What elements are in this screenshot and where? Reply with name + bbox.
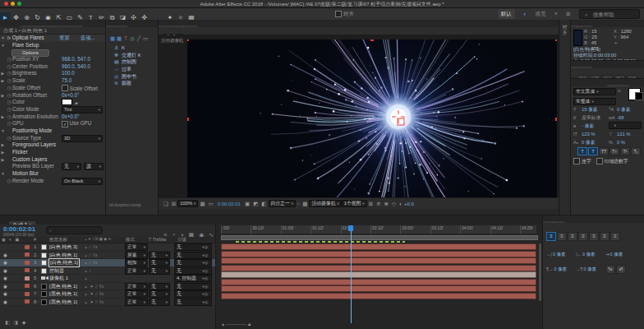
last-frame-button[interactable]: ▶|	[627, 75, 637, 78]
snap-checkbox[interactable]	[335, 11, 342, 17]
layer-duration-bar[interactable]	[221, 279, 536, 285]
layer-duration-bar[interactable]	[221, 243, 536, 250]
property-checkbox[interactable]: Scale Offset	[62, 85, 98, 92]
resolution-select[interactable]: 四分之一▾	[269, 200, 296, 207]
property-dropdown[interactable]: 3D▾	[62, 135, 103, 142]
line-icon[interactable]: ╱	[136, 35, 142, 42]
trkmat-dropdown[interactable]: 无▾	[149, 252, 170, 259]
previous-frame-button[interactable]: ◀|	[590, 75, 600, 78]
layer-duration-bar[interactable]	[221, 293, 536, 299]
fast-preview-icon[interactable]: ≋	[376, 198, 380, 209]
visibility-toggle[interactable]: ◉	[2, 267, 9, 275]
twirl-icon[interactable]: ▼	[0, 42, 6, 49]
time-ruler[interactable]: :00f00:12f01:00f01:12f02:00f02:12f03:00f…	[221, 225, 536, 234]
layer-name[interactable]: 摄像机 1	[49, 275, 68, 282]
effect-property-row[interactable]: ▶◷Rotation Offset0x+0.0°	[0, 92, 105, 100]
ltr-direction-button[interactable]: ¶a	[605, 265, 615, 274]
indent-field[interactable]: →¶0 像素	[576, 266, 604, 272]
twirl-icon[interactable]: ▶	[0, 77, 6, 85]
style-toggle-4[interactable]: T¹	[620, 147, 630, 155]
layer-name[interactable]: [白色 纯色 1]	[49, 252, 77, 259]
layer-switches[interactable]: ◒ ✦ ∕ fx	[85, 283, 104, 290]
timeline-button-icon[interactable]: ≣	[384, 198, 388, 209]
label-color-chip[interactable]	[25, 292, 30, 296]
layer-duration-bar[interactable]	[221, 251, 536, 257]
stopwatch-icon[interactable]: ◷	[6, 120, 12, 127]
visibility-toggle[interactable]: ◉	[2, 283, 9, 290]
next-frame-button[interactable]: |▶	[614, 75, 625, 78]
justify-last-left-button[interactable]: ≡	[578, 232, 588, 241]
workspace-overflow-button[interactable]: »	[554, 9, 558, 19]
character-checkbox[interactable]: 连字	[573, 159, 591, 164]
justify-last-center-button[interactable]: ≡	[589, 232, 599, 241]
stopwatch-icon[interactable]: ◷	[6, 85, 12, 92]
layer-switches[interactable]: ◒ ✦ ∕ fx	[85, 299, 104, 306]
blend-mode-dropdown[interactable]: 屏幕▾	[125, 252, 148, 259]
effect-property-row[interactable]: ◷GPU✓ Use GPU	[0, 120, 105, 127]
effect-property-row[interactable]: ◷Color▰	[0, 99, 105, 106]
indent-field[interactable]: →|0 像素	[546, 252, 574, 257]
label-color-chip[interactable]	[25, 284, 30, 288]
stopwatch-icon[interactable]: ◷	[6, 63, 12, 71]
style-toggle-3[interactable]: Tᴛ	[610, 147, 619, 155]
panel-menu-icon[interactable]: ≡	[29, 223, 32, 225]
stopwatch-icon[interactable]: ◷	[6, 106, 12, 114]
label-color-chip[interactable]	[25, 276, 30, 280]
layer-name[interactable]: [白色 纯色 1]	[49, 259, 79, 266]
property-dropdown[interactable]: 无▾	[62, 163, 81, 170]
proportional-spacing-value[interactable]: 0 %	[617, 140, 625, 145]
reset-link[interactable]: 重置	[59, 35, 70, 42]
panel-close-icon[interactable]: ×	[2, 223, 6, 225]
style-toggle-5[interactable]: T₁	[631, 147, 641, 155]
style-toggle-1[interactable]: T	[588, 147, 598, 155]
indent-field[interactable]: ⇥0 像素	[605, 252, 633, 257]
eyedropper-icon[interactable]: ✎	[618, 86, 626, 97]
align-left-button[interactable]: ≡	[546, 232, 556, 241]
visibility-toggle[interactable]: ◉	[2, 252, 9, 259]
twirl-icon[interactable]: ▶	[0, 92, 6, 100]
playhead-handle[interactable]	[348, 225, 353, 231]
layer-row[interactable]: ◉ 3 [白色 纯色 1] ◒ ∕ fx 相加▾ 无▾ ◎无▾	[0, 259, 215, 267]
layer-row[interactable]: ◉ 4 控制器 ◒ ∕ 正常▾ 无▾ ◎无▾	[0, 267, 215, 276]
effect-property-row[interactable]: ▼Motion Blur	[0, 170, 105, 178]
tab-info[interactable]: 信息 ≡	[571, 25, 592, 27]
blend-mode-dropdown[interactable]: 相加▾	[125, 259, 148, 266]
visibility-toggle[interactable]: ◉	[2, 259, 9, 266]
horizontal-scale-value[interactable]: 121 %	[617, 132, 630, 137]
stroke-width-value[interactable]: - 像素	[582, 123, 594, 128]
property-value[interactable]: 0x+0.0°	[62, 92, 80, 100]
tab-timeline-comp[interactable]: 合成 1 ≡	[9, 221, 35, 225]
effect-property-row[interactable]: ▶◷Brightness100.0	[0, 70, 105, 77]
blend-mode-dropdown[interactable]: 正常▾	[125, 290, 148, 298]
property-value[interactable]: 75.0	[62, 77, 71, 85]
align-right-button[interactable]: ≡	[568, 232, 577, 241]
parent-dropdown[interactable]: ◎无▾	[174, 283, 212, 290]
stroke-over-fill-select[interactable]: ▾	[609, 122, 642, 129]
flowchart-icon[interactable]: ◇	[392, 198, 396, 209]
blend-mode-dropdown[interactable]: 正常▾	[125, 283, 148, 290]
blend-mode-dropdown[interactable]: 正常▾	[125, 243, 148, 251]
label-color-chip[interactable]	[25, 253, 30, 257]
tab-animation[interactable]: 动画 ≡	[106, 25, 127, 27]
stopwatch-icon[interactable]: ◷	[6, 114, 12, 121]
round-rect-icon[interactable]: ▭	[142, 35, 149, 42]
current-timecode[interactable]: 0:00:02:01	[3, 225, 35, 233]
twirl-icon[interactable]: ▼	[0, 170, 6, 178]
parent-dropdown[interactable]: ◎无▾	[174, 252, 212, 259]
twirl-icon[interactable]: ▶	[0, 70, 6, 77]
viewer-timecode[interactable]: 0:00:02:01	[218, 202, 241, 206]
layer-duration-bar[interactable]	[221, 257, 536, 264]
effect-property-row[interactable]: ◷Center Position960.0, 540.0	[0, 63, 105, 71]
tab-layer[interactable]: 图层 (无)	[200, 25, 228, 27]
font-style-select[interactable]: 常规体▾	[573, 98, 616, 105]
justify-all-button[interactable]: ≡	[610, 232, 620, 241]
parent-dropdown[interactable]: ◎无▾	[174, 243, 212, 251]
effect-property-row[interactable]: Preview BG Layer无▾源▾	[0, 163, 105, 170]
channels-icon[interactable]: ◧	[261, 198, 266, 209]
property-value[interactable]: 968.0, 547.0	[62, 56, 90, 63]
sync-settings-icon[interactable]: ◐	[523, 9, 527, 19]
stopwatch-icon[interactable]: ◷	[6, 77, 12, 85]
grid-icon[interactable]: ▦	[116, 35, 122, 42]
transparency-grid-icon[interactable]: ▩	[302, 198, 307, 209]
parent-dropdown[interactable]: ◎无▾	[174, 299, 212, 306]
